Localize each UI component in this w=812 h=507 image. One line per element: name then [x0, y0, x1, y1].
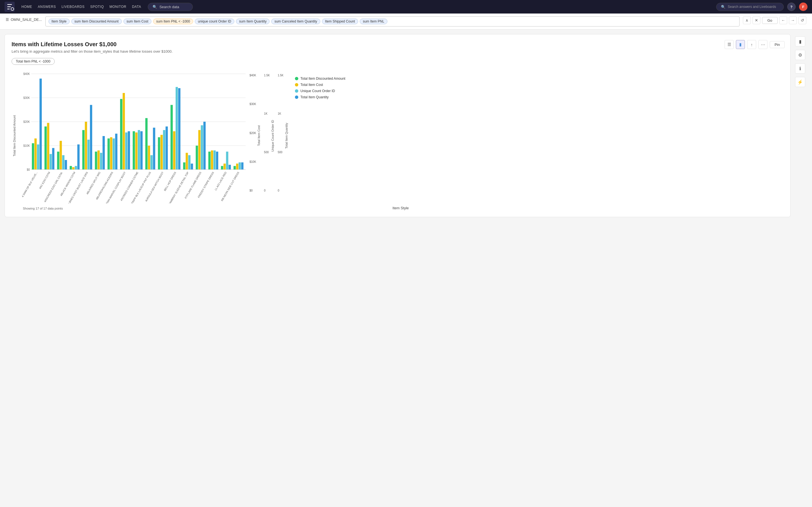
bar[interactable] — [223, 164, 226, 170]
bar[interactable] — [107, 138, 110, 170]
search-chip[interactable]: sum Item Discounted Amount — [71, 18, 122, 24]
bar[interactable] — [120, 99, 122, 170]
bar[interactable] — [37, 145, 39, 170]
bar[interactable] — [62, 155, 64, 170]
bar[interactable] — [229, 165, 231, 170]
bar[interactable] — [103, 136, 105, 170]
bar[interactable] — [100, 153, 102, 170]
panel-chart-icon[interactable]: ▮ — [795, 36, 805, 47]
data-source-label[interactable]: ☰ OMNI_SALE_DE... — [6, 16, 42, 23]
bar[interactable] — [40, 78, 42, 170]
search-chip[interactable]: Item Shipped Count — [322, 18, 358, 24]
bar[interactable] — [35, 138, 37, 170]
bar[interactable] — [140, 131, 143, 170]
bar[interactable] — [221, 166, 223, 170]
bar[interactable] — [153, 128, 155, 170]
bar[interactable] — [125, 132, 128, 170]
bar[interactable] — [165, 126, 168, 170]
bar[interactable] — [72, 167, 74, 170]
bar[interactable] — [211, 151, 213, 170]
bar[interactable] — [191, 164, 193, 170]
app-logo[interactable] — [4, 2, 15, 12]
bar[interactable] — [234, 166, 236, 170]
pin-button[interactable]: Pin — [770, 41, 784, 48]
bar[interactable] — [50, 154, 52, 170]
bar[interactable] — [236, 164, 238, 170]
bar[interactable] — [239, 163, 241, 170]
bar[interactable] — [148, 146, 150, 170]
search-answers-input[interactable]: 🔍 Search answers and Liveboards — [716, 3, 784, 11]
bar[interactable] — [196, 146, 198, 170]
go-button[interactable]: Go — [762, 17, 777, 24]
bar[interactable] — [213, 151, 216, 170]
bar[interactable] — [186, 153, 188, 170]
bar[interactable] — [75, 166, 77, 170]
bar[interactable] — [110, 137, 112, 170]
forward-button[interactable]: → — [789, 16, 797, 24]
bar[interactable] — [135, 132, 138, 170]
more-button[interactable]: ⋯ — [758, 40, 767, 49]
bar-view-button[interactable]: ▮ — [736, 40, 745, 49]
search-chip[interactable]: sum Item Cost — [123, 18, 151, 24]
bar[interactable] — [32, 144, 34, 170]
share-button[interactable]: ↑ — [747, 40, 756, 49]
nav-liveboards[interactable]: LIVEBOARDS — [61, 5, 85, 9]
help-button[interactable]: ? — [787, 3, 796, 11]
bar[interactable] — [175, 87, 178, 170]
search-input-area[interactable]: Item Stylesum Item Discounted Amountsum … — [45, 16, 740, 26]
bar[interactable] — [123, 93, 125, 170]
bar[interactable] — [128, 131, 130, 170]
bar[interactable] — [45, 126, 47, 170]
bar[interactable] — [90, 105, 92, 170]
table-view-button[interactable]: ☰ — [725, 40, 733, 49]
bar[interactable] — [112, 138, 115, 170]
bar[interactable] — [85, 122, 87, 170]
bar[interactable] — [145, 118, 147, 170]
bar[interactable] — [201, 125, 203, 170]
search-chip[interactable]: sum Item Quantity — [236, 18, 269, 24]
bar[interactable] — [87, 140, 90, 170]
panel-lightning-icon[interactable]: ⚡ — [795, 77, 805, 87]
bar[interactable] — [173, 131, 175, 170]
bar[interactable] — [183, 163, 185, 170]
bar[interactable] — [57, 152, 59, 170]
nav-data[interactable]: DATA — [132, 5, 141, 9]
nav-spotiq[interactable]: SPOTIQ — [90, 5, 104, 9]
nav-home[interactable]: HOME — [21, 5, 32, 9]
search-chip[interactable]: sum Item PNL < -1000 — [153, 18, 193, 24]
filter-badge[interactable]: Total Item PNL < -1000 — [11, 58, 55, 65]
nav-monitor[interactable]: MONITOR — [109, 5, 126, 9]
clear-button[interactable]: ✕ — [753, 16, 760, 24]
bar[interactable] — [115, 134, 117, 170]
bar[interactable] — [158, 137, 160, 170]
bar[interactable] — [198, 130, 200, 170]
bar[interactable] — [163, 130, 165, 170]
bar[interactable] — [77, 145, 80, 170]
bar[interactable] — [178, 88, 181, 170]
bar[interactable] — [138, 130, 140, 170]
bar[interactable] — [98, 151, 100, 170]
back-button[interactable]: ← — [779, 16, 787, 24]
bar[interactable] — [150, 155, 153, 170]
search-data-button[interactable]: 🔍 Search data — [148, 3, 193, 11]
bar[interactable] — [170, 105, 173, 170]
panel-info-icon[interactable]: ℹ — [795, 63, 805, 73]
bar[interactable] — [188, 155, 191, 170]
refresh-button[interactable]: ↺ — [799, 16, 806, 24]
search-chip[interactable]: unique count Order ID — [195, 18, 234, 24]
search-chip[interactable]: sum Canceled Item Quantity — [271, 18, 320, 24]
bar[interactable] — [133, 131, 135, 170]
user-avatar[interactable]: F — [799, 3, 808, 11]
nav-answers[interactable]: ANSWERS — [38, 5, 56, 9]
bar[interactable] — [82, 130, 85, 170]
bar[interactable] — [70, 166, 72, 170]
bar[interactable] — [52, 148, 54, 170]
bar[interactable] — [47, 123, 49, 170]
search-chip[interactable]: Item Style — [49, 18, 70, 24]
bar[interactable] — [216, 152, 218, 170]
panel-settings-icon[interactable]: ⚙ — [795, 50, 805, 60]
bar[interactable] — [208, 152, 211, 170]
collapse-button[interactable]: ∧ — [743, 16, 751, 24]
bar[interactable] — [65, 160, 67, 170]
bar[interactable] — [95, 152, 97, 170]
